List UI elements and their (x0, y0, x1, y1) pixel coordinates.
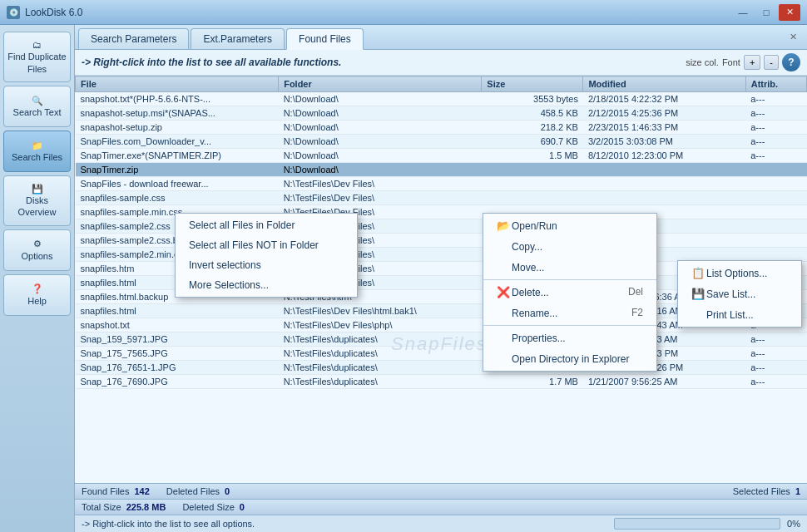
deleted-size-label: Deleted Size (182, 502, 234, 512)
context-menu-left: Select all Files in Folder Select all Fi… (175, 213, 358, 298)
help-button[interactable]: ? (782, 53, 800, 71)
sidebar-item-help-label: Help (27, 295, 47, 307)
total-size-value: 225.8 MB (126, 502, 166, 512)
cm-delete[interactable]: ❌Delete... Del (483, 282, 656, 303)
sidebar: 🗂 Find Duplicate Files 🔍 Search Text 📁 S… (0, 25, 75, 532)
toolbar-right: size col. Font + - ? (686, 53, 800, 71)
sidebar-item-find-duplicate-label: Find Duplicate Files (7, 51, 67, 75)
found-files-label: Found Files (82, 486, 129, 496)
context-menu-middle: 📂Open/Run Copy... Move... ❌Delete... Del (483, 213, 657, 372)
open-run-icon: 📂 (497, 219, 512, 232)
close-button[interactable]: ✕ (779, 4, 800, 21)
font-label: Font (722, 57, 740, 67)
print-list-spacer (691, 308, 706, 321)
status-deleted-files: Deleted Files 0 (166, 486, 230, 496)
cm-open-dir[interactable]: Open Directory in Explorer (483, 348, 656, 369)
tab-bar: Search Parameters Ext.Parameters Found F… (75, 25, 807, 50)
tab-close-icon[interactable]: ✕ (783, 28, 804, 49)
size-col-label: size col. (686, 57, 719, 67)
move-spacer (497, 261, 512, 273)
font-minus-button[interactable]: - (764, 55, 779, 70)
titlebar-left: 💿 LookDisk 6.0 (7, 6, 82, 19)
deleted-files-value: 0 (225, 486, 230, 496)
sidebar-item-search-text-label: Search Text (13, 106, 62, 118)
found-files-value: 142 (134, 486, 149, 496)
statusbar-hint: -> Right-click into the list to see all … (82, 519, 255, 529)
list-options-icon: 📋 (691, 267, 706, 279)
status-deleted-size: Deleted Size 0 (182, 502, 245, 512)
sidebar-item-options-label: Options (22, 250, 53, 262)
titlebar-title: LookDisk 6.0 (25, 7, 82, 18)
cm-sep-2 (483, 325, 656, 326)
app-icon: 💿 (7, 6, 20, 19)
cm-sep-1 (483, 279, 656, 280)
toolbar-hint: -> Right-click into the list to see all … (82, 57, 682, 68)
delete-shortcut: Del (628, 286, 643, 298)
cm-select-all-folder[interactable]: Select all Files in Folder (176, 215, 357, 235)
cm-invert-selections[interactable]: Invert selections (176, 255, 357, 275)
watermark: SnapFiles (391, 333, 488, 355)
sidebar-item-search-text[interactable]: 🔍 Search Text (3, 86, 71, 127)
progress-area: 0% (614, 518, 800, 530)
rename-spacer (497, 307, 512, 319)
cm-rename[interactable]: Rename... F2 (483, 303, 656, 323)
progress-label: 0% (787, 519, 800, 529)
titlebar: 💿 LookDisk 6.0 — □ ✕ (0, 0, 807, 25)
status-total-size: Total Size 225.8 MB (82, 502, 166, 512)
search-files-icon: 📁 (32, 140, 43, 151)
total-size-label: Total Size (82, 502, 121, 512)
help-icon: ❓ (32, 283, 43, 294)
save-list-icon: 💾 (691, 288, 706, 300)
delete-icon: ❌ (497, 286, 512, 298)
content-area: Search Parameters Ext.Parameters Found F… (75, 25, 807, 532)
cm-open-run[interactable]: 📂Open/Run (483, 215, 656, 236)
main-container: 🗂 Find Duplicate Files 🔍 Search Text 📁 S… (0, 25, 807, 532)
titlebar-controls: — □ ✕ (732, 4, 800, 21)
sidebar-item-search-files[interactable]: 📁 Search Files (3, 131, 71, 172)
file-list-container: File Folder Size Modified Attrib. snapsh… (75, 76, 807, 483)
statusbar-row2: Total Size 225.8 MB Deleted Size 0 (75, 499, 807, 515)
cm-properties[interactable]: Properties... (483, 328, 656, 348)
toolbar: -> Right-click into the list to see all … (75, 50, 807, 76)
cm-move[interactable]: Move... (483, 257, 656, 278)
cm-copy[interactable]: Copy... (483, 236, 656, 257)
sidebar-item-search-files-label: Search Files (12, 151, 62, 163)
deleted-files-label: Deleted Files (166, 486, 220, 496)
status-found-files: Found Files 142 (82, 486, 150, 496)
rename-shortcut: F2 (631, 307, 643, 318)
selected-files-label: Selected Files (733, 486, 790, 496)
tab-found-files[interactable]: Found Files (286, 28, 364, 50)
search-text-icon: 🔍 (32, 95, 43, 106)
progress-bar-container (614, 518, 780, 530)
tab-search-parameters[interactable]: Search Parameters (78, 28, 189, 49)
sidebar-item-find-duplicate[interactable]: 🗂 Find Duplicate Files (3, 32, 71, 82)
maximize-button[interactable]: □ (755, 4, 777, 21)
statusbar-bottom: -> Right-click into the list to see all … (75, 515, 807, 532)
open-dir-spacer (497, 352, 512, 365)
sidebar-item-disks-overview[interactable]: 💾 Disks Overview (3, 175, 71, 226)
statusbar: Found Files 142 Deleted Files 0 Selected… (75, 483, 807, 499)
cm-save-list[interactable]: 💾Save List... (678, 283, 801, 304)
properties-spacer (497, 332, 512, 344)
font-plus-button[interactable]: + (744, 55, 760, 70)
sidebar-item-help[interactable]: ❓ Help (3, 274, 71, 316)
deleted-size-value: 0 (240, 502, 245, 512)
context-menu-right: 📋List Options... 💾Save List... Print Lis… (677, 260, 802, 328)
copy-spacer (497, 240, 512, 253)
cm-select-not-folder[interactable]: Select all Files NOT in Folder (176, 235, 357, 255)
cm-list-options[interactable]: 📋List Options... (678, 263, 801, 283)
minimize-button[interactable]: — (732, 4, 754, 21)
sidebar-item-options[interactable]: ⚙ Options (3, 229, 71, 271)
tab-ext-parameters[interactable]: Ext.Parameters (191, 28, 285, 49)
find-duplicate-icon: 🗂 (32, 39, 42, 51)
cm-print-list[interactable]: Print List... (678, 304, 801, 325)
sidebar-item-disks-overview-label: Disks Overview (7, 195, 67, 219)
disks-overview-icon: 💾 (32, 183, 43, 195)
cm-more-selections[interactable]: More Selections... (176, 275, 357, 295)
options-icon: ⚙ (33, 238, 42, 249)
status-selected-files: Selected Files 1 (733, 486, 800, 496)
selected-files-value: 1 (795, 486, 800, 496)
context-menu-overlay: SnapFiles Select all Files in Folder Sel… (75, 76, 807, 483)
